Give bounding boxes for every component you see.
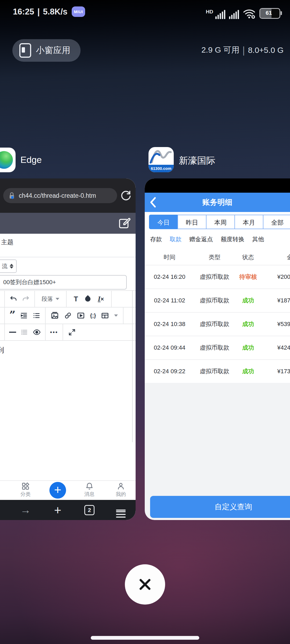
form-title: 主题 [1,238,13,246]
status-badge: 待审核 [235,273,262,281]
home-indicator[interactable] [91,636,199,640]
recents-screen: 16:25 | 5.8K/s MIUI HD 61 小窗应用 2.9 [0,0,290,644]
row-type: 虚拟币取款 [194,344,235,352]
text-format-icon[interactable]: T [74,295,78,303]
row-type: 虚拟币取款 [194,367,235,375]
signal-strength-icon-1 [215,10,225,19]
color-droplet-icon[interactable] [84,295,92,303]
table-row[interactable]: 02-24 09:22 虚拟币取款 成功 ¥173.00 [145,359,290,383]
table-row[interactable]: 02-24 11:02 虚拟币取款 成功 ¥187.00 [145,288,290,312]
row-amount: ¥173.00 [262,368,290,375]
image-icon[interactable] [51,312,59,320]
filter-deposit[interactable]: 存款 [150,235,162,243]
toolbar-partial-cell [0,324,5,340]
filter-quota-transfer[interactable]: 额度转换 [221,235,244,243]
finance-header: 账务明细 [145,193,290,212]
filter-bonus-rebate[interactable]: 赠金返点 [189,235,213,243]
forward-button[interactable]: → [16,500,35,520]
xinhao-task-card[interactable]: 账务明细 今日 昨日 本周 本月 全部 存款 取款 赠金返点 额度转换 其他 时… [145,178,290,520]
close-all-button[interactable] [125,564,165,605]
miui-badge: MIUI [72,6,85,17]
horizontal-rule-icon[interactable] [9,332,16,333]
category-select-value: 流 [2,262,8,270]
battery-icon: 61 [259,8,280,19]
address-bar[interactable]: ch44.cc/thread-create-0.htm [3,188,117,203]
redo-icon[interactable] [22,295,30,303]
memory-info: 2.9 G 可用 | 8.0+5.0 G [201,45,284,56]
list-preview-icon[interactable] [20,328,28,336]
tab-switcher-button[interactable]: 2 [80,500,99,520]
table-row[interactable]: 02-24 16:20 虚拟币取款 待审核 ¥200.00 [145,265,290,288]
row-time: 02-24 09:22 [145,368,194,375]
row-type: 虚拟币取款 [194,320,235,328]
status-divider: | [37,7,40,17]
row-amount: ¥424.00 [262,344,290,351]
table-row[interactable]: 02-24 09:44 虚拟币取款 成功 ¥424.00 [145,336,290,359]
memory-divider: | [243,44,245,56]
filter-other[interactable]: 其他 [252,235,264,243]
blockquote-icon[interactable]: ” [9,312,16,319]
custom-query-button[interactable]: 自定义查询 [150,496,290,518]
tab-this-week[interactable]: 本周 [206,215,235,229]
chevron-down-icon [56,298,59,300]
toolbar-more-group: ••• [46,324,63,340]
col-time: 时间 [145,253,194,261]
editor-content-text[interactable]: 到 [0,345,4,355]
edge-task-card[interactable]: ch44.cc/thread-create-0.htm 主题 流 00签到台白嫖… [0,178,136,520]
nav-category[interactable]: 分类 [13,482,38,498]
new-post-button[interactable]: + [49,482,66,499]
clock: 16:25 [13,7,34,17]
edge-app-icon[interactable] [0,148,16,172]
editor-scrollbar[interactable] [132,290,133,442]
video-icon[interactable] [77,312,85,320]
compose-icon[interactable] [117,217,131,230]
table-icon[interactable] [101,312,109,320]
undo-icon[interactable] [9,295,17,303]
xinhao-app-name: 新濠国际 [179,155,215,167]
row-amount: ¥539.00 [262,321,290,328]
edge-app-name: Edge [20,155,42,165]
small-window-label: 小窗应用 [36,45,70,56]
transaction-list: 02-24 16:20 虚拟币取款 待审核 ¥200.00 02-24 11:0… [145,265,290,383]
nav-messages[interactable]: 消息 [77,482,102,498]
row-time: 02-24 11:02 [145,297,194,304]
toolbar-row-3: ••• [0,324,136,341]
table-row[interactable]: 02-24 10:38 虚拟币取款 成功 ¥539.00 [145,312,290,336]
tab-all[interactable]: 全部 [263,215,290,229]
paragraph-dropdown[interactable]: 段落 [35,291,67,307]
more-options-icon[interactable]: ••• [50,329,58,335]
hd-volte-icon: HD [206,9,213,15]
back-icon[interactable] [150,197,157,208]
small-window-apps-button[interactable]: 小窗应用 [12,39,81,62]
app-statusbar-band [145,178,290,193]
nav-profile[interactable]: 我的 [109,482,133,498]
form-divider [0,257,136,257]
link-icon[interactable] [64,312,72,320]
preview-eye-icon[interactable] [32,328,41,336]
menu-button[interactable] [111,500,130,520]
bullet-list-icon[interactable] [32,312,41,320]
new-tab-button[interactable]: + [48,500,67,520]
nav-profile-label: 我的 [109,491,133,498]
filter-withdrawal[interactable]: 取款 [170,235,182,243]
toolbar-row-1: 段落 T I× [0,290,136,307]
tab-today[interactable]: 今日 [149,215,178,229]
fullscreen-icon[interactable] [68,328,76,336]
type-filters: 存款 取款 赠金返点 额度转换 其他 [147,235,264,243]
code-icon[interactable]: {;} [90,313,96,319]
indent-icon[interactable] [20,312,28,320]
tab-this-month[interactable]: 本月 [234,215,263,229]
clear-format-icon[interactable]: I× [98,295,104,303]
tab-yesterday[interactable]: 昨日 [177,215,206,229]
signal-strength-icon-2 [229,10,239,19]
toolbar-insert-group: {;} [46,308,124,324]
col-status: 状态 [235,253,262,261]
category-select[interactable]: 流 [0,259,17,273]
row-time: 02-24 09:44 [145,344,194,351]
reload-button[interactable] [119,189,132,202]
xinhao-app-icon[interactable]: 61300.com [148,147,174,172]
col-type: 类型 [194,253,235,261]
nav-messages-label: 消息 [77,491,102,498]
subject-input[interactable]: 00签到台白嫖1500+ [0,275,127,290]
finance-title: 账务明细 [145,193,290,212]
